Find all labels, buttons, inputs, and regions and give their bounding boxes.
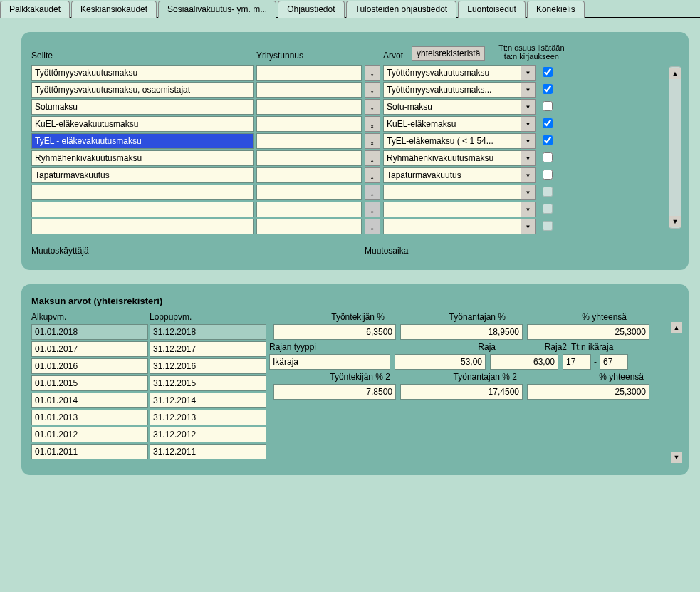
alkupvm-field[interactable]: 01.01.2018 [31,324,148,340]
yritystunnus-field[interactable] [256,133,362,149]
arvo-combo[interactable]: TyEL-eläkemaksu ( < 1 54...▼ [383,133,536,149]
yritystunnus-field[interactable] [256,185,362,200]
tab-palkkakaudet[interactable]: Palkkakaudet [0,1,70,18]
chevron-down-icon[interactable]: ▼ [521,150,536,166]
tt-osuus-checkbox[interactable] [543,101,554,113]
yritystunnus-field[interactable] [256,82,362,98]
arvo-field[interactable]: Sotu-maksu [383,99,521,115]
raja-field[interactable]: 53,00 [395,354,486,370]
tyontekijan-pct2-field[interactable]: 7,8500 [273,384,396,400]
date-row[interactable]: 01.01.201331.12.2013 [31,410,268,425]
loppupvm-field[interactable]: 31.12.2013 [150,410,266,425]
arvo-field[interactable]: Työttömyysvakuutusmaksu [383,65,521,81]
loppupvm-field[interactable]: 31.12.2018 [150,324,266,340]
alkupvm-field[interactable]: 01.01.2013 [31,410,148,425]
arvo-combo[interactable]: Tapaturmavakuutus▼ [383,167,536,183]
selite-field[interactable]: Työttömyysvakuutusmaksu, osaomistajat [31,82,254,98]
tyonantajan-pct-field[interactable]: 18,9500 [400,324,523,340]
chevron-down-icon[interactable]: ▼ [521,133,536,149]
selite-field[interactable] [31,202,254,217]
loppupvm-field[interactable]: 31.12.2015 [150,375,266,391]
chevron-down-icon[interactable]: ▼ [521,219,536,234]
tyontekijan-pct-field[interactable]: 6,3500 [273,324,396,340]
selite-field[interactable]: Ryhmähenkivakuutusmaksu [31,150,254,166]
arrow-down-icon[interactable]: ⭳ [365,116,380,132]
arvo-combo[interactable]: Ryhmähenkivakuutusmaksu▼ [383,150,536,166]
yhteisrekisterista-button[interactable]: yhteisrekisteristä [412,46,485,61]
selite-field[interactable]: Työttömyysvakuutusmaksu [31,65,254,81]
arrow-down-icon[interactable]: ⭳ [365,65,380,81]
tyonantajan-pct2-field[interactable]: 17,4500 [400,384,523,400]
yhteensa-pct-field[interactable]: 25,3000 [527,324,649,340]
yritystunnus-field[interactable] [256,150,362,166]
chevron-down-icon[interactable]: ▼ [521,116,536,132]
yritystunnus-field[interactable] [256,167,362,183]
tab-sosiaalivakuutus[interactable]: Sosiaalivakuutus- ym. m... [158,1,276,18]
yritystunnus-field[interactable] [256,219,362,234]
alkupvm-field[interactable]: 01.01.2014 [31,393,148,408]
arvo-field[interactable]: Ryhmähenkivakuutusmaksu [383,150,521,166]
arrow-down-icon[interactable]: ⭳ [365,167,380,183]
loppupvm-field[interactable]: 31.12.2011 [150,444,266,459]
tab-tulosteiden[interactable]: Tulosteiden ohjaustiedot [346,1,457,18]
tab-ohjaustiedot[interactable]: Ohjaustiedot [278,1,344,18]
alkupvm-field[interactable]: 01.01.2011 [31,444,148,459]
date-row[interactable]: 01.01.201831.12.2018 [31,324,268,340]
arvo-field[interactable]: Työttömyysvakuutusmaks... [383,82,521,98]
arvo-combo[interactable]: ▼ [383,185,536,200]
yritystunnus-field[interactable] [256,65,362,81]
arvo-combo[interactable]: ▼ [383,219,536,234]
selite-field[interactable]: KuEL-eläkevakuutusmaksu [31,116,254,132]
lower-scrollbar[interactable]: ▲ ▼ [670,321,683,464]
chevron-down-icon[interactable]: ▼ [521,82,536,98]
tab-konekielis[interactable]: Konekielis [527,1,585,18]
chevron-down-icon[interactable]: ▼ [521,99,536,115]
tt-ikaraja-to-field[interactable]: 67 [600,354,628,370]
yritystunnus-field[interactable] [256,202,362,217]
arvo-combo[interactable]: Työttömyysvakuutusmaks...▼ [383,82,536,98]
date-row[interactable]: 01.01.201431.12.2014 [31,393,268,408]
loppupvm-field[interactable]: 31.12.2012 [150,427,266,442]
arvo-combo[interactable]: Sotu-maksu▼ [383,99,536,115]
date-row[interactable]: 01.01.201731.12.2017 [31,341,268,357]
scroll-up-icon[interactable]: ▲ [671,322,682,333]
loppupvm-field[interactable]: 31.12.2017 [150,341,266,357]
alkupvm-field[interactable]: 01.01.2015 [31,375,148,391]
tab-luontoisedut[interactable]: Luontoisedut [458,1,526,18]
tt-osuus-checkbox[interactable] [543,170,554,181]
date-row[interactable]: 01.01.201231.12.2012 [31,427,268,442]
selite-field[interactable]: TyEL - eläkevakuutusmaksu [31,133,254,149]
selite-field[interactable]: Tapaturmavakuutus [31,167,254,183]
arvo-combo[interactable]: ▼ [383,202,536,217]
selite-field[interactable] [31,185,254,200]
date-row[interactable]: 01.01.201631.12.2016 [31,358,268,374]
tab-keskiansiokaudet[interactable]: Keskiansiokaudet [71,1,157,18]
arrow-down-icon[interactable]: ⭳ [365,99,380,115]
arvo-field[interactable] [383,202,521,217]
tt-ikaraja-from-field[interactable]: 17 [563,354,591,370]
yritystunnus-field[interactable] [256,116,362,132]
alkupvm-field[interactable]: 01.01.2017 [31,341,148,357]
raja2-field[interactable]: 63,00 [490,354,558,370]
arrow-down-icon[interactable]: ⭳ [365,150,380,166]
chevron-down-icon[interactable]: ▼ [521,167,536,183]
date-row[interactable]: 01.01.201531.12.2015 [31,375,268,391]
arvo-field[interactable]: KuEL-eläkemaksu [383,116,521,132]
selite-field[interactable] [31,219,254,234]
arvo-field[interactable]: TyEL-eläkemaksu ( < 1 54... [383,133,521,149]
scroll-up-icon[interactable]: ▲ [669,68,681,79]
tt-osuus-checkbox[interactable] [543,84,554,95]
chevron-down-icon[interactable]: ▼ [521,202,536,217]
arvo-field[interactable] [383,185,521,200]
chevron-down-icon[interactable]: ▼ [521,185,536,200]
selite-field[interactable]: Sotumaksu [31,99,254,115]
tt-osuus-checkbox[interactable] [543,67,554,78]
tt-osuus-checkbox[interactable] [543,152,554,164]
alkupvm-field[interactable]: 01.01.2012 [31,427,148,442]
chevron-down-icon[interactable]: ▼ [521,65,536,81]
arvo-combo[interactable]: KuEL-eläkemaksu▼ [383,116,536,132]
arvo-field[interactable]: Tapaturmavakuutus [383,167,521,183]
tt-osuus-checkbox[interactable] [543,118,554,130]
yritystunnus-field[interactable] [256,99,362,115]
scroll-down-icon[interactable]: ▼ [669,216,681,227]
